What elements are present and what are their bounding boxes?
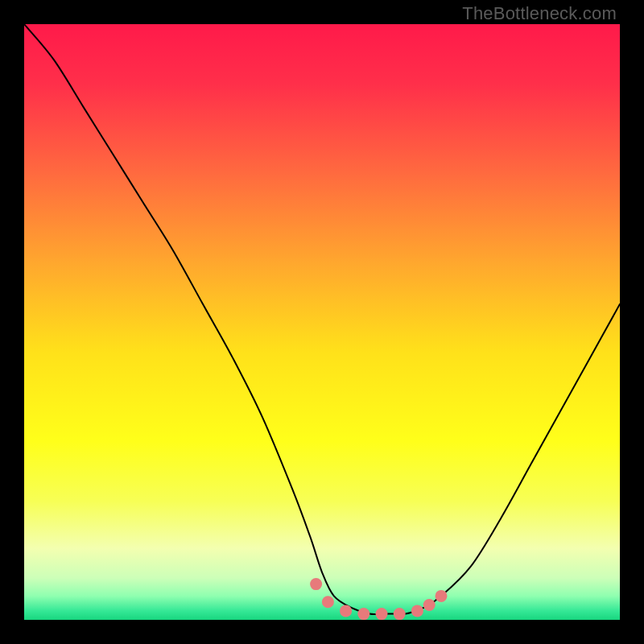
marker-dot	[310, 578, 322, 590]
marker-dot	[322, 596, 334, 608]
watermark-label: TheBottleneck.com	[462, 3, 617, 24]
flat-region-markers	[310, 578, 447, 620]
marker-dot	[411, 605, 423, 617]
marker-dot	[423, 599, 436, 611]
marker-dot	[340, 605, 352, 617]
marker-dot	[357, 608, 369, 620]
plot-area	[24, 24, 620, 620]
curve-layer	[24, 24, 620, 620]
marker-dot	[394, 608, 406, 620]
chart-frame: TheBottleneck.com	[0, 0, 644, 644]
marker-dot	[436, 590, 448, 602]
bottleneck-curve	[24, 24, 620, 614]
marker-dot	[376, 608, 388, 620]
